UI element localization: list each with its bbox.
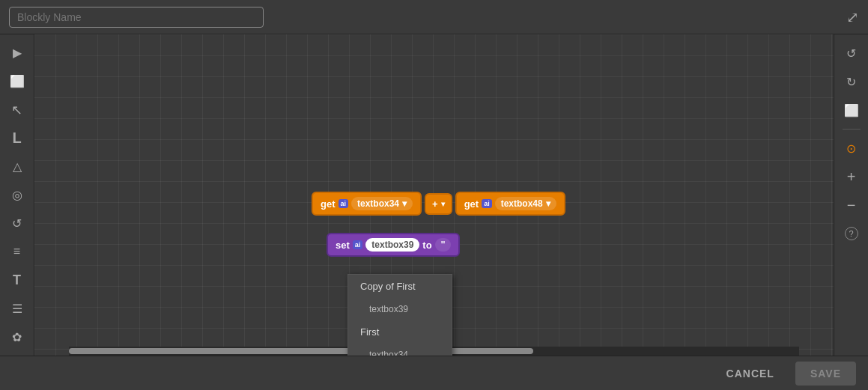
right-toolbar: ↺ ↻ ⬜ ⊙ + − ?: [834, 34, 868, 356]
get-block-textbox34[interactable]: get ai textbox34 ▾: [312, 192, 422, 216]
l-icon: L: [12, 130, 21, 147]
scrollbar-thumb[interactable]: [69, 348, 533, 354]
sidebar-cursor-btn[interactable]: ↖: [4, 97, 30, 123]
dropdown-item-textbox39[interactable]: textbox39: [348, 298, 452, 320]
circle-icon: ◎: [12, 188, 22, 202]
zoom-in-icon: +: [847, 168, 856, 186]
refresh-icon: ↺: [12, 216, 22, 231]
bottom-bar: CANCEL SAVE: [0, 356, 868, 390]
toolbar-divider: [843, 129, 861, 130]
textbox39-field[interactable]: textbox39: [365, 238, 419, 252]
sidebar-l-btn[interactable]: L: [4, 126, 30, 151]
name-input-container: [9, 7, 264, 28]
target-icon: ⊙: [846, 141, 856, 156]
undo-icon: ↺: [846, 46, 856, 61]
fullscreen-icon: ⤢: [846, 9, 859, 25]
help-button[interactable]: ?: [839, 221, 864, 246]
flower-icon: ✿: [12, 330, 22, 344]
triangle-icon: △: [13, 159, 22, 174]
redo-button[interactable]: ↻: [839, 69, 864, 94]
dropdown-item-first[interactable]: First: [348, 320, 452, 344]
sidebar-collapse-btn[interactable]: ▶: [4, 40, 30, 66]
blockly-name-input[interactable]: [9, 7, 264, 28]
help-icon: ?: [845, 227, 858, 240]
get-label-2: get: [464, 198, 479, 210]
text-icon: T: [13, 272, 21, 288]
value-field[interactable]: '': [435, 238, 452, 252]
sidebar-flower-btn[interactable]: ✿: [4, 324, 30, 350]
dropdown-item-copy-of-first[interactable]: Copy of First: [348, 275, 452, 298]
sidebar-circle-btn[interactable]: ◎: [4, 183, 30, 208]
dropdown-arrow-2: ▾: [546, 198, 550, 209]
zoom-out-icon: −: [847, 197, 856, 214]
left-sidebar: ▶ ⬜ ↖ L △ ◎ ↺ ≡ T ☰ ✿: [0, 34, 34, 356]
set-block-row: set ai textbox39 to '': [327, 233, 460, 257]
sidebar-text-btn[interactable]: T: [4, 267, 30, 293]
sidebar-refresh-btn[interactable]: ↺: [4, 210, 30, 236]
save-button[interactable]: SAVE: [795, 362, 856, 386]
to-label: to: [422, 240, 431, 251]
set-label: set: [336, 240, 350, 251]
sidebar-list-btn[interactable]: ≡: [4, 239, 30, 264]
get-label-1: get: [321, 198, 336, 210]
cancel-button[interactable]: CANCEL: [711, 362, 789, 386]
redo-icon: ↻: [846, 75, 856, 89]
fit-button[interactable]: ⬜: [839, 97, 864, 123]
ai-badge-set: ai: [353, 240, 363, 249]
main-area: ▶ ⬜ ↖ L △ ◎ ↺ ≡ T ☰ ✿: [0, 34, 868, 356]
plus-dropdown: ▾: [441, 200, 445, 208]
zoom-in-button[interactable]: +: [839, 164, 864, 189]
get-block-row: get ai textbox34 ▾ + ▾ get ai textbox48 …: [312, 192, 565, 216]
top-bar: ⤢: [0, 0, 868, 34]
ai-badge-1: ai: [339, 199, 349, 208]
set-block[interactable]: set ai textbox39 to '': [327, 233, 460, 257]
fullscreen-button[interactable]: ⤢: [846, 8, 859, 26]
cursor-icon: ↖: [11, 102, 22, 118]
grid-icon: ⬜: [10, 74, 25, 88]
get-block-textbox48[interactable]: get ai textbox48 ▾: [455, 192, 565, 216]
dropdown-item-textbox34[interactable]: textbox34: [348, 344, 452, 356]
zoom-out-button[interactable]: −: [839, 192, 864, 218]
dropdown-menu: Copy of First textbox39 First textbox34 …: [347, 274, 452, 356]
textbox34-field[interactable]: textbox34 ▾: [351, 197, 413, 210]
plus-block[interactable]: + ▾: [425, 193, 452, 215]
list-icon: ≡: [13, 245, 20, 258]
collapse-icon: ▶: [13, 46, 22, 60]
sidebar-triangle-btn[interactable]: △: [4, 154, 30, 180]
fit-icon: ⬜: [844, 103, 859, 118]
ai-badge-2: ai: [482, 199, 492, 208]
sidebar-grid-btn[interactable]: ⬜: [4, 69, 30, 94]
target-button[interactable]: ⊙: [839, 135, 864, 161]
plus-icon: +: [432, 198, 438, 210]
dropdown-arrow-1: ▾: [402, 198, 407, 209]
canvas-area[interactable]: get ai textbox34 ▾ + ▾ get ai textbox48 …: [34, 34, 834, 356]
textbox48-field[interactable]: textbox48 ▾: [495, 197, 556, 210]
sidebar-lines-btn[interactable]: ☰: [4, 296, 30, 321]
undo-button[interactable]: ↺: [839, 40, 864, 66]
lines-icon: ☰: [12, 302, 22, 316]
